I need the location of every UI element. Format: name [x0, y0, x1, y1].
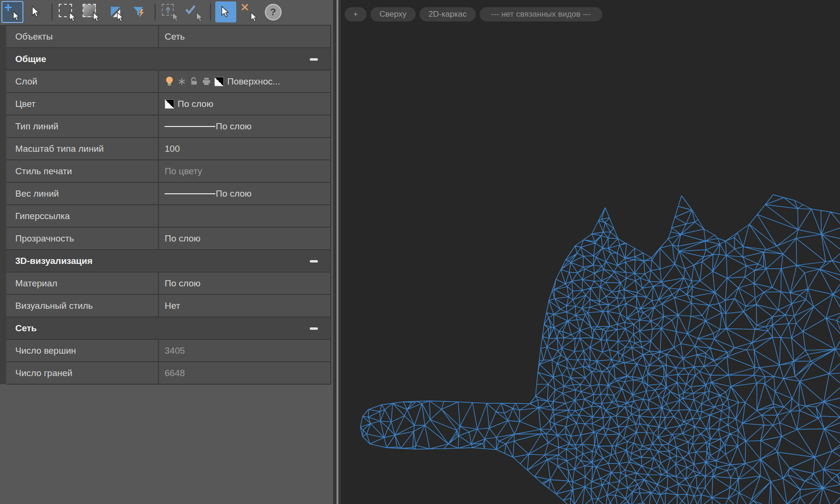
value-text: По слою	[165, 233, 200, 244]
value-text: 6648	[165, 368, 185, 378]
selection-toolbar: +	[0, 0, 335, 24]
view-control[interactable]: Сверху	[370, 7, 416, 21]
property-row: СлойПоверхнос...	[6, 71, 330, 93]
property-label: Число граней	[6, 362, 159, 384]
value-text: По цвету	[165, 166, 202, 177]
linked-views-control[interactable]: --- нет связанных видов ---	[480, 7, 602, 21]
window-select-button[interactable]	[57, 1, 79, 23]
scrollbar-thumb[interactable]	[336, 0, 338, 504]
property-value[interactable]: По слою	[159, 93, 330, 115]
property-label: Тип линий	[6, 116, 159, 137]
toolbar-separator	[155, 3, 156, 21]
category-header-row: Общие	[6, 48, 330, 71]
select-similar-button[interactable]	[105, 1, 126, 23]
cursor-icon	[92, 12, 102, 22]
property-value: По цвету	[159, 160, 330, 182]
value-text: По слою	[165, 278, 200, 289]
viewport-controls: +Сверху2D-каркас--- нет связанных видов …	[345, 7, 602, 21]
help-button[interactable]: ?	[262, 1, 284, 23]
property-value[interactable]: Сеть	[159, 26, 330, 47]
linetype-sample	[165, 193, 215, 194]
property-label: Гиперссылка	[6, 205, 159, 227]
cursor-icon	[250, 12, 259, 22]
property-label: Объекты	[6, 26, 159, 47]
collapse-button[interactable]	[310, 260, 318, 262]
color-swatch-icon	[165, 99, 174, 109]
toolbar-separator	[52, 3, 52, 21]
property-value: 3405	[159, 340, 330, 361]
property-value[interactable]: 100	[159, 138, 330, 159]
property-label: Материал	[6, 273, 159, 294]
category-header-row: 3D-визуализация	[6, 250, 330, 273]
property-row: Тип линийПо слою	[6, 116, 330, 138]
property-label: Число вершин	[6, 340, 159, 361]
add-selection-button[interactable]: +	[1, 1, 23, 23]
cursor-icon	[68, 12, 78, 22]
collapse-button[interactable]	[310, 58, 318, 61]
collapse-button[interactable]	[310, 327, 318, 330]
property-label: Общие	[6, 48, 330, 70]
freeze-icon[interactable]	[178, 77, 186, 86]
property-row: Гиперссылка	[6, 205, 330, 228]
apply-check-button[interactable]	[184, 1, 206, 23]
plus-icon: +	[4, 0, 12, 15]
property-label: Сеть	[6, 317, 330, 339]
x-icon	[241, 3, 249, 11]
viewport-plus-control[interactable]: +	[345, 7, 367, 21]
property-value[interactable]	[159, 205, 330, 227]
property-row: МатериалПо слою	[6, 273, 330, 295]
deselect-button[interactable]	[238, 1, 260, 23]
property-label: 3D-визуализация	[6, 250, 330, 272]
paste-to-block-button[interactable]	[160, 1, 182, 23]
help-glyph: ?	[270, 7, 276, 18]
property-row: Вес линийПо слою	[6, 183, 330, 205]
app-window: { "toolbar": { "plus_glyph": "+", "help_…	[0, 0, 840, 504]
property-row: Число вершин3405	[6, 340, 330, 362]
property-label: Цвет	[6, 93, 159, 115]
property-label: Прозрачность	[6, 228, 159, 249]
layer-color-swatch	[165, 99, 174, 109]
property-value[interactable]: По слою	[159, 273, 330, 294]
property-row: ЦветПо слою	[6, 93, 330, 116]
crossing-select-button[interactable]	[81, 1, 103, 23]
value-text: Нет	[165, 301, 180, 311]
palette-scrollbar[interactable]	[333, 0, 341, 504]
property-label: Вес линий	[6, 183, 159, 204]
cursor-icon	[220, 6, 231, 18]
property-row: ОбъектыСеть	[6, 26, 330, 48]
property-value: 6648	[159, 362, 330, 384]
visual-style-control[interactable]: 2D-каркас	[420, 7, 476, 21]
property-row: Число граней6648	[6, 362, 330, 385]
property-row: Визуальный стильНет	[6, 295, 330, 317]
value-text: Сеть	[165, 32, 185, 42]
wireframe-mesh	[360, 195, 840, 504]
property-value[interactable]: По слою	[159, 116, 330, 137]
properties-palette: +	[0, 0, 333, 504]
property-label: Слой	[6, 71, 159, 92]
help-icon: ?	[265, 4, 282, 21]
property-label: Визуальный стиль	[6, 295, 159, 316]
property-value[interactable]: По слою	[159, 228, 330, 249]
pointer-button[interactable]	[25, 1, 47, 23]
lock-icon[interactable]	[189, 77, 199, 86]
pointer-active-button[interactable]	[215, 1, 236, 22]
drawing-viewport[interactable]: +Сверху2D-каркас--- нет связанных видов …	[341, 0, 840, 504]
printer-icon[interactable]	[202, 77, 211, 86]
category-header-row: Сеть	[6, 317, 330, 340]
property-value[interactable]: Поверхнос...	[159, 71, 330, 92]
viewport-canvas[interactable]	[341, 0, 840, 504]
property-value[interactable]: По слою	[159, 183, 330, 204]
property-row: Масштаб типа линий100	[6, 138, 330, 160]
filter-lightning-icon	[133, 5, 146, 19]
bulb-icon[interactable]	[165, 76, 174, 87]
cursor-icon	[171, 12, 181, 22]
value-text: По слою	[216, 189, 252, 199]
value-text: 100	[165, 144, 180, 154]
swatch-icon[interactable]	[214, 77, 224, 86]
property-value[interactable]: Нет	[159, 295, 330, 316]
value-text: 3405	[165, 346, 185, 356]
quick-filter-button[interactable]	[128, 1, 150, 23]
cursor-icon	[31, 6, 42, 18]
properties-table: ОбъектыСетьОбщиеСлойПоверхнос...ЦветПо с…	[6, 25, 331, 385]
cursor-icon	[116, 12, 126, 22]
